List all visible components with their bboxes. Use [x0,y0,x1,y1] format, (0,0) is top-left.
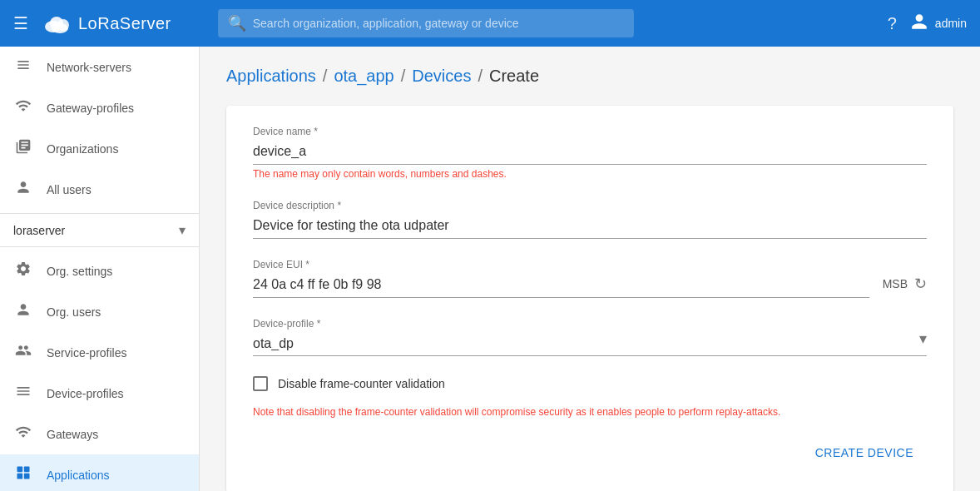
device-eui-input-wrap [253,274,869,298]
sidebar: Network-servers Gateway-profiles Organiz… [0,47,200,491]
eui-msb-label: MSB [883,277,908,290]
menu-icon[interactable]: ☰ [13,13,28,33]
breadcrumb-devices[interactable]: Devices [412,67,471,86]
device-eui-field: Device EUI * MSB ↻ [253,259,927,298]
breadcrumb-ota-app[interactable]: ota_app [334,67,393,86]
sidebar-item-all-users[interactable]: All users [0,169,199,210]
network-servers-label: Network-servers [47,61,131,74]
sidebar-item-applications[interactable]: Applications [0,454,199,491]
device-name-input[interactable] [253,141,927,165]
gateway-profiles-icon [13,97,33,118]
sidebar-item-gateways[interactable]: Gateways [0,414,199,454]
svg-rect-5 [24,467,30,473]
gateway-profiles-label: Gateway-profiles [47,102,134,115]
breadcrumb: Applications / ota_app / Devices / Creat… [226,67,953,86]
search-icon: 🔍 [228,14,246,32]
create-device-button[interactable]: CREATE DEVICE [802,439,927,466]
breadcrumb-applications[interactable]: Applications [226,67,316,86]
frame-counter-checkbox-row: Disable frame-counter validation [253,376,927,391]
sidebar-item-service-profiles[interactable]: Service-profiles [0,332,199,373]
device-profiles-label: Device-profiles [47,387,124,400]
device-description-input[interactable] [253,215,927,239]
breadcrumb-sep-2: / [401,67,406,86]
org-selector-arrow-icon: ▾ [179,222,186,238]
breadcrumb-sep-1: / [323,67,328,86]
all-users-icon [13,179,33,200]
frame-counter-checkbox[interactable] [253,376,268,391]
logo-icon [42,8,72,38]
device-eui-input[interactable] [253,274,869,298]
device-eui-row: MSB ↻ [253,274,927,298]
logo[interactable]: LoRaServer [42,8,171,38]
sidebar-item-gateway-profiles[interactable]: Gateway-profiles [0,87,199,128]
search-input[interactable] [253,17,624,30]
device-name-hint: The name may only contain words, numbers… [253,168,927,180]
sidebar-item-network-servers[interactable]: Network-servers [0,47,199,87]
device-profile-select[interactable]: ota_dp [253,333,927,356]
device-profile-field: Device-profile * ota_dp ▾ [253,318,927,356]
gateways-icon [13,424,33,444]
logo-text: LoRaServer [78,14,171,33]
device-profile-label: Device-profile * [253,318,927,330]
service-profiles-icon [13,342,33,363]
device-description-label: Device description * [253,200,927,211]
device-name-label: Device name * [253,126,927,137]
breadcrumb-create: Create [489,67,539,86]
org-settings-icon [13,260,33,281]
navbar: ☰ LoRaServer 🔍 ? admin [0,0,980,47]
submit-row: CREATE DEVICE [253,439,927,466]
sidebar-item-org-settings[interactable]: Org. settings [0,250,199,291]
organizations-label: Organizations [47,142,118,156]
organizations-icon [13,138,33,159]
frame-counter-label: Disable frame-counter validation [278,377,445,390]
breadcrumb-sep-3: / [478,67,483,86]
network-servers-icon [13,57,33,77]
layout: Network-servers Gateway-profiles Organiz… [0,47,980,491]
security-note: Note that disabling the frame-counter va… [253,404,927,419]
device-profile-select-wrap: ota_dp ▾ [253,333,927,356]
org-selector-label: loraserver [13,224,172,237]
device-eui-label: Device EUI * [253,259,927,270]
device-eui-controls: MSB ↻ [883,275,927,298]
svg-rect-6 [17,474,23,479]
org-users-label: Org. users [47,305,101,319]
account-icon [910,12,928,35]
gateways-label: Gateways [47,428,98,441]
org-users-icon [13,301,33,322]
create-device-form: Device name * The name may only contain … [226,106,953,491]
sidebar-item-org-users[interactable]: Org. users [0,291,199,332]
all-users-label: All users [47,183,92,196]
applications-label: Applications [47,469,110,482]
eui-refresh-icon[interactable]: ↻ [914,275,927,293]
help-icon[interactable]: ? [888,14,897,33]
device-description-field: Device description * [253,200,927,239]
sidebar-item-device-profiles[interactable]: Device-profiles [0,373,199,414]
device-profiles-icon [13,383,33,404]
applications-icon [13,464,33,485]
search-bar[interactable]: 🔍 [218,9,634,37]
org-settings-label: Org. settings [47,265,112,278]
navbar-right: ? admin [888,12,967,35]
org-selector[interactable]: loraserver ▾ [0,213,199,247]
device-name-field: Device name * The name may only contain … [253,126,927,180]
sidebar-item-organizations[interactable]: Organizations [0,128,199,169]
svg-rect-4 [17,467,23,473]
main-content: Applications / ota_app / Devices / Creat… [200,47,980,491]
svg-point-3 [57,19,69,31]
username-label: admin [935,17,967,30]
account-menu[interactable]: admin [910,12,967,35]
service-profiles-label: Service-profiles [47,346,126,360]
svg-rect-7 [24,474,30,479]
